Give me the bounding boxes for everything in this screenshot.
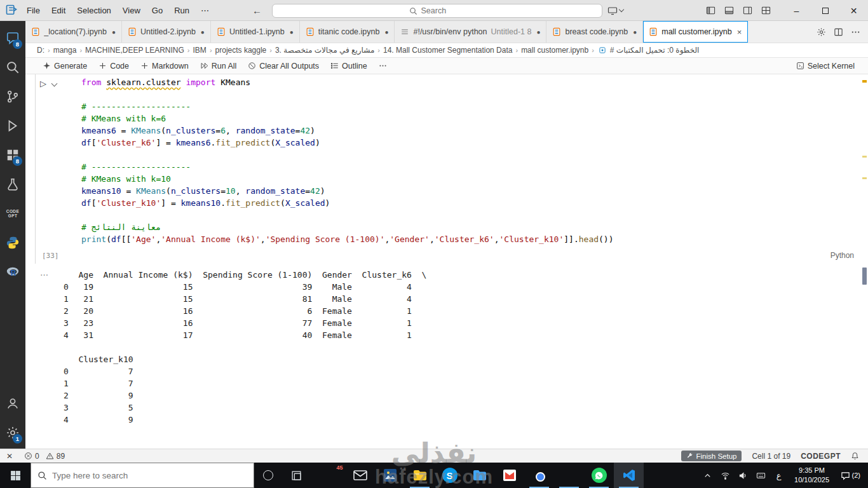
run-all-button[interactable]: Run All: [196, 60, 241, 72]
code-line[interactable]: from sklearn.cluster import KMeans: [81, 76, 860, 88]
taskbar-app-vscode[interactable]: [614, 463, 644, 488]
activitybar-run-and-debug-icon[interactable]: [0, 111, 25, 140]
taskbar-app-photos[interactable]: [375, 463, 405, 488]
collapse-cell-icon[interactable]: [51, 81, 58, 87]
taskbar-search[interactable]: [31, 463, 254, 488]
taskbar-clock[interactable]: 9:35 PM 10/10/2025: [789, 466, 836, 485]
code-line[interactable]: # KMeans with k=10: [81, 173, 860, 185]
tab-titanic-code-ipynb[interactable]: titanic code.ipynb●: [300, 21, 395, 43]
breadcrumb-item-machine-deep-learning[interactable]: MACHINE,DEEP LEARNING: [85, 46, 184, 55]
breadcrumb-item-3[interactable]: 3. مشاريع في مجالات متخصصة: [275, 46, 374, 55]
code-line[interactable]: # --------------------: [81, 161, 860, 173]
tab-usr-bin-env-python[interactable]: #!/usr/bin/env pythonUntitled-1 8●: [395, 21, 546, 43]
touch-keyboard-icon[interactable]: [753, 463, 770, 488]
maximize-button[interactable]: [811, 0, 839, 21]
markdown-button[interactable]: Markdown: [136, 60, 193, 72]
breadcrumb-item-14-mall-customer-segmentation-data[interactable]: 14. Mall Customer Segmentation Data: [383, 46, 512, 55]
code-editor[interactable]: from sklearn.cluster import KMeans # ---…: [81, 76, 860, 245]
tab-modified-dot-icon[interactable]: ●: [536, 29, 540, 36]
search-input[interactable]: [421, 6, 466, 15]
notebook-editor[interactable]: ▷ from sklearn.cluster import KMeans # -…: [25, 74, 868, 449]
tab-mall-customer-ipynb[interactable]: mall customer.ipynb×: [643, 21, 748, 43]
more-button[interactable]: [374, 60, 391, 71]
taskbar-app-skype[interactable]: S: [435, 463, 465, 488]
activitybar-search-icon[interactable]: [0, 53, 25, 82]
activitybar-testing-icon[interactable]: [0, 170, 25, 199]
tab-close-icon[interactable]: ×: [737, 27, 742, 37]
generate-button[interactable]: Generate: [38, 60, 92, 72]
language-indicator[interactable]: ع: [771, 463, 787, 488]
tab-untitled-1-ipynb[interactable]: Untitled-1.ipynb●: [211, 21, 300, 43]
codegpt-status[interactable]: CODEGPT: [796, 449, 846, 463]
command-center-search[interactable]: [272, 4, 602, 18]
cortana-button[interactable]: [254, 463, 282, 488]
back-arrow-icon[interactable]: ←: [252, 5, 262, 16]
task-view-button[interactable]: [282, 463, 310, 488]
activitybar-copilot-chat-icon[interactable]: 8: [0, 24, 25, 53]
remote-indicator[interactable]: ✕: [0, 449, 19, 463]
code-line[interactable]: print(df[['Age','Annual Income (k$)','Sp…: [81, 233, 860, 245]
code-line[interactable]: df['Cluster_k6'] = kmeans6.fit_predict(X…: [81, 137, 860, 149]
taskbar-app-whatsapp[interactable]: [584, 463, 614, 488]
breadcrumb-item-manga[interactable]: manga: [53, 46, 77, 55]
tray-chevron-up-icon[interactable]: [700, 463, 716, 488]
scrollbar-thumb[interactable]: [862, 268, 867, 285]
output-gutter-more-icon[interactable]: ⋯: [35, 269, 64, 426]
tab-breast-code-ipynb[interactable]: breast code.ipynb●: [546, 21, 643, 43]
tab-untitled-2-ipynb[interactable]: Untitled-2.ipynb●: [122, 21, 211, 43]
taskbar-app-firefox[interactable]: [554, 463, 584, 488]
activitybar-source-control-icon[interactable]: [0, 82, 25, 111]
minimize-button[interactable]: –: [782, 0, 811, 21]
code-line[interactable]: [81, 209, 860, 221]
screencast-icon[interactable]: [607, 6, 623, 16]
menu-view[interactable]: View: [118, 4, 146, 17]
taskbar-app-file-explorer[interactable]: [405, 463, 435, 488]
volume-icon[interactable]: [735, 463, 752, 488]
menu-file[interactable]: File: [22, 4, 45, 17]
tab-modified-dot-icon[interactable]: ●: [384, 29, 388, 36]
taskbar-app-mail[interactable]: [345, 463, 375, 488]
tab-modified-dot-icon[interactable]: ●: [290, 29, 294, 36]
activitybar-settings-icon[interactable]: 1: [0, 418, 25, 447]
network-icon[interactable]: [717, 463, 734, 488]
clear-all-outputs-button[interactable]: Clear All Outputs: [243, 60, 323, 72]
taskbar-app-media-player[interactable]: 45: [315, 463, 345, 488]
select-kernel-button[interactable]: Select Kernel: [792, 60, 859, 72]
menu-item[interactable]: ⋯: [196, 4, 214, 17]
notifications-bell-icon[interactable]: [846, 449, 864, 463]
code-line[interactable]: [81, 88, 860, 100]
activitybar-r-lang-icon[interactable]: R: [0, 257, 25, 287]
menu-selection[interactable]: Selection: [72, 4, 116, 17]
outline-button[interactable]: Outline: [326, 60, 372, 72]
toggle-secondary-sidebar-icon[interactable]: [743, 6, 752, 15]
activitybar-python-icon[interactable]: [0, 228, 25, 257]
breadcrumb-item-ibm[interactable]: IBM: [193, 46, 207, 55]
close-button[interactable]: ✕: [839, 0, 868, 21]
tab-modified-dot-icon[interactable]: ●: [112, 29, 116, 36]
cell-position-indicator[interactable]: Cell 1 of 19: [747, 449, 796, 463]
breadcrumb-item-projects-kaggle[interactable]: projects kaggle: [215, 46, 267, 55]
taskbar-app-onedrive-folder[interactable]: [465, 463, 494, 488]
activitybar-extensions-icon[interactable]: 8: [0, 140, 25, 170]
toggle-sidebar-icon[interactable]: [706, 6, 715, 15]
code-line[interactable]: # --------------------: [81, 100, 860, 112]
split-editor-icon[interactable]: [834, 27, 843, 37]
tab-modified-dot-icon[interactable]: ●: [201, 29, 205, 36]
code-line[interactable]: kmeans10 = KMeans(n_clusters=10, random_…: [81, 185, 860, 197]
code-line[interactable]: kmeans6 = KMeans(n_clusters=6, random_st…: [81, 125, 860, 137]
code-line[interactable]: # KMeans with k=6: [81, 112, 860, 125]
activitybar-account-icon[interactable]: [0, 389, 25, 418]
tab-n-site-location-7-ipynb[interactable]: n_site_location(7).ipynb●: [25, 21, 122, 43]
code-line[interactable]: df['Cluster_k10'] = kmeans10.fit_predict…: [81, 197, 860, 209]
action-center-button[interactable]: (2): [837, 471, 865, 480]
activitybar-codegpt-icon[interactable]: CODEGPT: [0, 199, 25, 228]
menu-edit[interactable]: Edit: [46, 4, 71, 17]
breadcrumb-cell-symbol[interactable]: # الخطوة 0: تحميل المكتبات: [610, 46, 700, 55]
tab-modified-dot-icon[interactable]: ●: [633, 29, 637, 36]
breadcrumb-item-d[interactable]: D:: [37, 46, 44, 55]
taskbar-app-chrome[interactable]: [524, 463, 554, 488]
code-button[interactable]: Code: [94, 60, 133, 72]
breadcrumb-item-mall-customer-ipynb[interactable]: mall customer.ipynb: [521, 46, 588, 55]
more-actions-icon[interactable]: [851, 27, 860, 37]
run-cell-icon[interactable]: ▷: [40, 78, 46, 89]
